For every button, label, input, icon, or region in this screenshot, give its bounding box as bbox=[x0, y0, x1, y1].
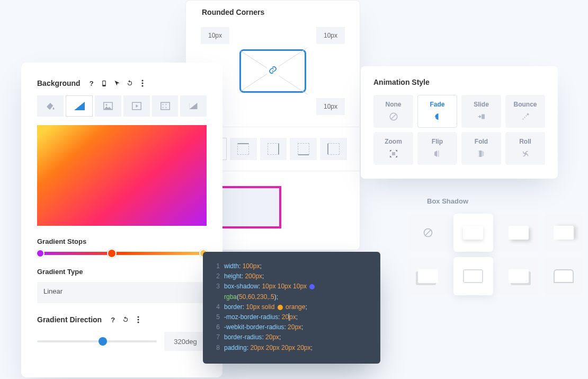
svg-point-10 bbox=[138, 319, 139, 320]
animation-fade[interactable]: Fade bbox=[417, 95, 457, 128]
svg-point-2 bbox=[141, 80, 143, 81]
background-panel: Background ? Gradient Stops Gradient Typ… bbox=[21, 63, 222, 377]
background-type-tabs bbox=[37, 95, 207, 117]
fade-icon bbox=[432, 111, 443, 122]
gradient-preview bbox=[37, 125, 207, 226]
more-icon[interactable] bbox=[133, 315, 143, 324]
svg-rect-1 bbox=[103, 81, 105, 85]
gradient-stops-track[interactable] bbox=[37, 252, 207, 255]
shadow-preset-3[interactable] bbox=[544, 214, 584, 252]
help-icon[interactable]: ? bbox=[87, 78, 96, 88]
rounded-corners-title: Rounded Corners bbox=[186, 1, 360, 22]
fold-icon bbox=[476, 148, 487, 159]
bg-mask-tab[interactable] bbox=[180, 95, 207, 117]
roll-icon bbox=[520, 148, 531, 159]
gradient-type-label: Gradient Type bbox=[37, 268, 207, 276]
link-corners-icon[interactable] bbox=[267, 64, 279, 78]
direction-value[interactable]: 320deg bbox=[164, 332, 207, 351]
bg-color-tab[interactable] bbox=[37, 95, 64, 117]
bounce-icon bbox=[520, 111, 531, 122]
svg-point-3 bbox=[141, 82, 143, 84]
svg-point-16 bbox=[525, 115, 527, 116]
none-icon bbox=[388, 111, 399, 122]
svg-rect-18 bbox=[392, 152, 395, 155]
background-title: Background bbox=[37, 79, 81, 87]
gradient-type-select[interactable]: Linear bbox=[37, 282, 207, 303]
shadow-preset-7[interactable] bbox=[544, 257, 584, 295]
svg-point-14 bbox=[522, 118, 523, 119]
svg-rect-13 bbox=[482, 114, 485, 119]
bg-pattern-tab[interactable] bbox=[152, 95, 179, 117]
svg-point-6 bbox=[106, 104, 108, 105]
corner-tl-input[interactable]: 10px bbox=[201, 27, 229, 44]
border-right-tab[interactable] bbox=[260, 138, 287, 160]
border-bottom-tab[interactable] bbox=[290, 138, 317, 160]
responsive-icon[interactable] bbox=[100, 78, 109, 88]
gradient-stop-2[interactable] bbox=[107, 249, 117, 258]
shadow-preset-4[interactable] bbox=[408, 257, 448, 295]
gradient-stop-1[interactable] bbox=[36, 249, 44, 258]
corner-br-input[interactable]: 10px bbox=[316, 98, 345, 115]
animation-title: Animation Style bbox=[373, 78, 545, 86]
animation-flip[interactable]: Flip bbox=[417, 132, 457, 165]
svg-point-17 bbox=[527, 113, 529, 116]
bg-image-tab[interactable] bbox=[95, 95, 121, 117]
animation-roll[interactable]: Roll bbox=[505, 132, 545, 165]
zoom-icon bbox=[388, 148, 399, 159]
shadow-preset-1[interactable] bbox=[453, 214, 494, 252]
slide-icon bbox=[476, 111, 487, 122]
gradient-stops-label: Gradient Stops bbox=[37, 237, 207, 245]
direction-handle[interactable] bbox=[99, 337, 107, 346]
flip-icon bbox=[432, 148, 443, 159]
gradient-direction-label: Gradient Direction bbox=[37, 315, 102, 324]
reset-icon[interactable] bbox=[121, 315, 130, 324]
bg-gradient-tab[interactable] bbox=[66, 95, 93, 117]
box-shadow-title: Box Shadow bbox=[427, 197, 584, 205]
animation-none[interactable]: None bbox=[373, 95, 413, 128]
svg-point-9 bbox=[138, 316, 139, 318]
svg-point-11 bbox=[138, 321, 139, 323]
code-snippet: 1width: 100px; 2height: 200px; 3box-shad… bbox=[203, 252, 380, 364]
none-icon bbox=[423, 227, 433, 238]
shadow-preset-2[interactable] bbox=[498, 214, 539, 252]
bg-video-tab[interactable] bbox=[123, 95, 150, 117]
hover-icon[interactable] bbox=[112, 78, 122, 88]
shadow-none[interactable] bbox=[408, 214, 448, 252]
direction-slider[interactable] bbox=[37, 340, 157, 342]
animation-fold[interactable]: Fold bbox=[461, 132, 501, 165]
box-shadow-panel: Box Shadow bbox=[408, 197, 584, 295]
more-icon[interactable] bbox=[138, 78, 147, 88]
corner-preview bbox=[239, 49, 306, 93]
shadow-preset-6[interactable] bbox=[498, 257, 539, 295]
border-top-tab[interactable] bbox=[230, 138, 257, 160]
border-left-tab[interactable] bbox=[320, 138, 347, 160]
animation-slide[interactable]: Slide bbox=[461, 95, 501, 128]
svg-point-15 bbox=[524, 117, 525, 118]
animation-zoom[interactable]: Zoom bbox=[373, 132, 413, 165]
help-icon[interactable]: ? bbox=[108, 315, 118, 324]
corner-tr-input[interactable]: 10px bbox=[316, 27, 345, 44]
shadow-preset-5[interactable] bbox=[453, 257, 494, 295]
animation-panel: Animation Style None Fade Slide Bounce Z… bbox=[361, 66, 558, 179]
svg-point-4 bbox=[141, 85, 143, 86]
animation-bounce[interactable]: Bounce bbox=[505, 95, 545, 128]
reset-icon[interactable] bbox=[125, 78, 135, 88]
